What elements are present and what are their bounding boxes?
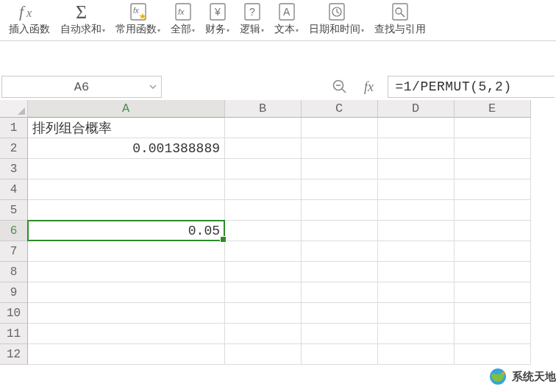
- cell-D3[interactable]: [378, 159, 455, 179]
- cell-A9[interactable]: [28, 282, 225, 303]
- cell-C11[interactable]: [302, 324, 378, 344]
- col-header-A[interactable]: A: [28, 100, 225, 118]
- row-header-5[interactable]: 5: [0, 200, 28, 221]
- cell-E4[interactable]: [455, 179, 531, 200]
- chevron-down-icon[interactable]: [146, 79, 160, 95]
- cell-A5[interactable]: [28, 200, 225, 221]
- watermark: 系统天地: [488, 367, 556, 386]
- fx-star-icon: fx: [126, 2, 150, 21]
- cell-E11[interactable]: [455, 324, 531, 344]
- cell-A4[interactable]: [28, 179, 225, 200]
- cell-B6[interactable]: [225, 221, 302, 241]
- zoom-out-icon[interactable]: [329, 76, 351, 97]
- cell-A6[interactable]: 0.05: [28, 221, 225, 241]
- cell-A11[interactable]: [28, 324, 225, 344]
- cell-A2[interactable]: 0.001388889: [28, 138, 225, 159]
- formula-input[interactable]: =1/PERMUT(5,2): [388, 76, 555, 98]
- cell-C5[interactable]: [302, 200, 378, 221]
- cell-D1[interactable]: [378, 118, 455, 138]
- cell-A3[interactable]: [28, 159, 225, 179]
- cell-D10[interactable]: [378, 303, 455, 324]
- row-header-8[interactable]: 8: [0, 262, 28, 282]
- cell-D8[interactable]: [378, 262, 455, 282]
- cell-E1[interactable]: [455, 118, 531, 138]
- cell-D11[interactable]: [378, 324, 455, 344]
- cell-B3[interactable]: [225, 159, 302, 179]
- row-header-6[interactable]: 6: [0, 221, 28, 241]
- cell-A10[interactable]: [28, 303, 225, 324]
- cell-D5[interactable]: [378, 200, 455, 221]
- col-header-E[interactable]: E: [455, 100, 531, 118]
- cell-E12[interactable]: [455, 344, 531, 365]
- cell-D6[interactable]: [378, 221, 455, 241]
- row-header-1[interactable]: 1: [0, 118, 28, 138]
- cell-C4[interactable]: [302, 179, 378, 200]
- cell-E3[interactable]: [455, 159, 531, 179]
- cell-E5[interactable]: [455, 200, 531, 221]
- cell-B10[interactable]: [225, 303, 302, 324]
- cell-A12[interactable]: [28, 344, 225, 365]
- ribbon-logical[interactable]: ? 逻辑▾: [237, 2, 267, 36]
- cell-C8[interactable]: [302, 262, 378, 282]
- col-header-D[interactable]: D: [378, 100, 455, 118]
- cell-B12[interactable]: [225, 344, 302, 365]
- col-header-C[interactable]: C: [302, 100, 378, 118]
- cell-C2[interactable]: [302, 138, 378, 159]
- cell-E2[interactable]: [455, 138, 531, 159]
- cell-B11[interactable]: [225, 324, 302, 344]
- ribbon-all[interactable]: fx 全部▾: [168, 2, 198, 36]
- cell-C3[interactable]: [302, 159, 378, 179]
- ribbon-frequent[interactable]: fx 常用函数▾: [113, 2, 163, 36]
- cell-E10[interactable]: [455, 303, 531, 324]
- cell-B2[interactable]: [225, 138, 302, 159]
- ribbon-text[interactable]: A 文本▾: [271, 2, 302, 36]
- col-header-B[interactable]: B: [225, 100, 302, 118]
- cell-B1[interactable]: [225, 118, 302, 138]
- row-header-3[interactable]: 3: [0, 159, 28, 179]
- row-header-10[interactable]: 10: [0, 303, 28, 324]
- row-header-2[interactable]: 2: [0, 138, 28, 159]
- cell-B5[interactable]: [225, 200, 302, 221]
- cell-A7[interactable]: [28, 241, 225, 262]
- cell-D12[interactable]: [378, 344, 455, 365]
- cell-E9[interactable]: [455, 282, 531, 303]
- cell-C1[interactable]: [302, 118, 378, 138]
- cell-B9[interactable]: [225, 282, 302, 303]
- ribbon-insert-function[interactable]: fx 插入函数: [6, 2, 53, 36]
- cell-C9[interactable]: [302, 282, 378, 303]
- select-all-corner[interactable]: [0, 100, 28, 118]
- ribbon-lookup-ref[interactable]: 查找与引用: [371, 2, 429, 36]
- ribbon-financial[interactable]: ¥ 财务▾: [202, 2, 232, 36]
- cell-E8[interactable]: [455, 262, 531, 282]
- fx-button[interactable]: fx: [358, 76, 380, 97]
- cell-C10[interactable]: [302, 303, 378, 324]
- cell-D2[interactable]: [378, 138, 455, 159]
- cell-D9[interactable]: [378, 282, 455, 303]
- cell-D4[interactable]: [378, 179, 455, 200]
- cell-E6[interactable]: [455, 221, 531, 241]
- cell-C6[interactable]: [302, 221, 378, 241]
- cell-A8[interactable]: [28, 262, 225, 282]
- svg-text:?: ?: [249, 6, 255, 18]
- cell-E7[interactable]: [455, 241, 531, 262]
- chevron-down-icon: ▾: [192, 27, 195, 34]
- cell-C12[interactable]: [302, 344, 378, 365]
- row-header-11[interactable]: 11: [0, 324, 28, 344]
- name-box[interactable]: A6: [1, 76, 162, 98]
- row-header-12[interactable]: 12: [0, 344, 28, 365]
- row-header-9[interactable]: 9: [0, 282, 28, 303]
- ribbon-label: 查找与引用: [374, 23, 426, 36]
- ribbon-date-time[interactable]: 日期和时间▾: [306, 2, 367, 36]
- cell-A1[interactable]: 排列组合概率: [28, 118, 225, 138]
- cell-D7[interactable]: [378, 241, 455, 262]
- row-header-7[interactable]: 7: [0, 241, 28, 262]
- cell-B8[interactable]: [225, 262, 302, 282]
- cell-B4[interactable]: [225, 179, 302, 200]
- chevron-down-icon: ▾: [261, 27, 264, 34]
- cell-B7[interactable]: [225, 241, 302, 262]
- cell-C7[interactable]: [302, 241, 378, 262]
- ribbon-autosum[interactable]: Σ 自动求和▾: [57, 2, 108, 36]
- row-header-4[interactable]: 4: [0, 179, 28, 200]
- svg-text:x: x: [26, 7, 32, 19]
- lookup-icon: [388, 2, 412, 21]
